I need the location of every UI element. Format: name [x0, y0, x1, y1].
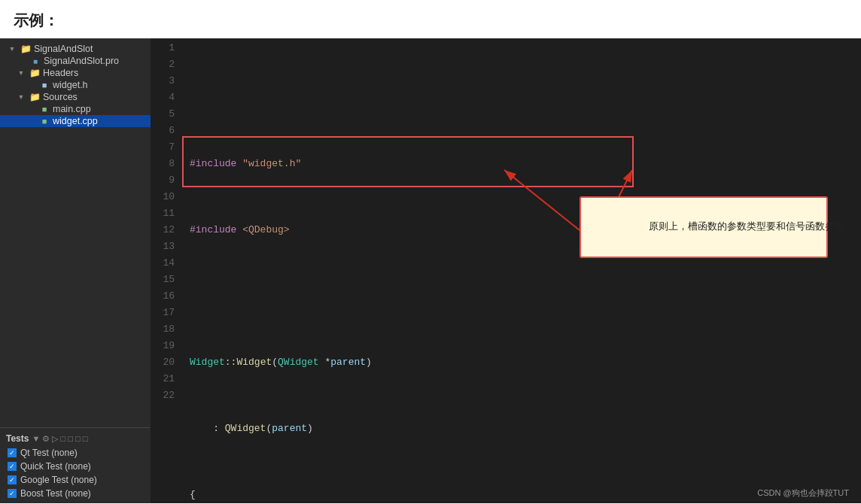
test-panel-header: Tests ▼ ⚙ ▷ □ □ □ □ — [0, 431, 151, 446]
test-checkbox-qt[interactable] — [8, 448, 17, 457]
test-label-quick: Quick Test (none) — [20, 461, 91, 472]
sources-label: Sources — [43, 92, 78, 102]
test-checkbox-quick[interactable] — [8, 462, 17, 471]
test-label-google: Google Test (none) — [20, 475, 97, 485]
sidebar-item-widget-cpp[interactable]: ■ widget.cpp — [0, 115, 151, 127]
pro-file-label: SignalAndSlot.pro — [44, 56, 119, 66]
folder-icon: 📁 — [29, 92, 41, 102]
test-item-boost[interactable]: Boost Test (none) — [0, 487, 151, 500]
cpp-file-icon: ■ — [38, 116, 50, 126]
file-tree: ▼ 📁 SignalAndSlot ■ SignalAndSlot.pro ▼ … — [0, 38, 151, 427]
test-toolbar-icons: ▼ ⚙ ▷ □ □ □ □ — [32, 434, 87, 444]
credit-text: CSDN @狗也会摔跤TUT — [757, 488, 849, 497]
footer-credit: CSDN @狗也会摔跤TUT — [757, 487, 849, 499]
chevron-icon: ▼ — [15, 68, 27, 78]
widget-h-label: widget.h — [53, 80, 88, 90]
h-file-icon: ■ — [38, 80, 50, 90]
spacer-icon — [24, 104, 36, 114]
spacer-icon — [24, 80, 36, 90]
code-line-6: { — [190, 487, 852, 503]
test-checkbox-boost[interactable] — [8, 489, 17, 498]
widget-cpp-label: widget.cpp — [53, 116, 98, 126]
code-line-3 — [190, 288, 852, 305]
code-line-5: : QWidget(parent) — [190, 421, 852, 437]
folder-icon: 📁 — [20, 44, 32, 54]
annotation-box: 原则上，槽函数的参数类型要和信号函数参数一一对应。但是对于Qt4版本来说，此处构… — [580, 196, 828, 258]
pro-file-icon: ■ — [29, 56, 41, 66]
cpp-file-icon: ■ — [38, 104, 50, 114]
test-item-google[interactable]: Google Test (none) — [0, 473, 151, 487]
folder-icon: 📁 — [29, 68, 41, 78]
top-label: 示例： — [0, 0, 861, 38]
code-editor[interactable]: 1 2 3 4 5 6 7 8 9 10 11 12 13 14 15 16 1… — [151, 38, 861, 503]
test-item-qt[interactable]: Qt Test (none) — [0, 446, 151, 460]
spacer-icon — [24, 116, 36, 126]
line-numbers: 1 2 3 4 5 6 7 8 9 10 11 12 13 14 15 16 1… — [151, 38, 181, 503]
annotation-text: 原则上，槽函数的参数类型要和信号函数参数一一对应。但是对于Qt4版本来说，此处构… — [649, 221, 861, 232]
test-panel-title: Tests — [6, 433, 29, 444]
test-checkbox-google[interactable] — [8, 475, 17, 484]
main-cpp-label: main.cpp — [53, 104, 91, 114]
sidebar-item-project[interactable]: ▼ 📁 SignalAndSlot — [0, 43, 151, 55]
chevron-icon: ▼ — [6, 44, 18, 54]
sidebar-item-main-cpp[interactable]: ■ main.cpp — [0, 103, 151, 115]
sidebar-item-pro[interactable]: ■ SignalAndSlot.pro — [0, 55, 151, 67]
test-panel: Tests ▼ ⚙ ▷ □ □ □ □ Qt Test (none) Quick… — [0, 427, 151, 503]
sidebar-item-headers[interactable]: ▼ 📁 Headers — [0, 67, 151, 79]
code-editor-area: 1 2 3 4 5 6 7 8 9 10 11 12 13 14 15 16 1… — [151, 38, 861, 503]
chevron-icon: ▼ — [15, 92, 27, 102]
sidebar-item-sources[interactable]: ▼ 📁 Sources — [0, 91, 151, 103]
project-label: SignalAndSlot — [34, 44, 93, 54]
code-line-4: Widget::Widget(QWidget *parent) — [190, 354, 852, 371]
sidebar-item-widget-h[interactable]: ■ widget.h — [0, 79, 151, 91]
headers-label: Headers — [43, 68, 78, 78]
test-label-boost: Boost Test (none) — [20, 488, 91, 499]
spacer-icon — [15, 56, 27, 66]
sidebar: ▼ 📁 SignalAndSlot ■ SignalAndSlot.pro ▼ … — [0, 38, 151, 503]
test-label-qt: Qt Test (none) — [20, 448, 78, 458]
test-item-quick[interactable]: Quick Test (none) — [0, 460, 151, 473]
code-line-1: #include "widget.h" — [190, 156, 852, 172]
code-content: #include "widget.h" #include <QDebug> Wi… — [181, 38, 861, 503]
